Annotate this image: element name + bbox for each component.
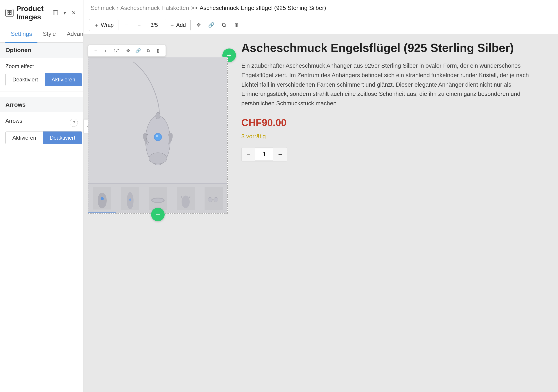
svg-point-19 [129,199,131,201]
product-price: CHF90.00 [241,117,549,128]
thumbnail-5[interactable] [200,184,227,213]
product-stock: 3 vorrätig [241,133,549,140]
breadcrumb-sep-2: >> [191,5,198,11]
close-button[interactable]: ✕ [70,9,78,17]
breadcrumb-part-2: Ascheschmuck Halsketten [121,5,189,11]
quantity-input[interactable] [255,148,273,160]
product-image-widget: ＋ [88,57,228,214]
toolbar: ＋ Wrap − ＋ 3/5 ＋ Add ✥ 🔗 ⧉ 🗑 [83,16,558,34]
panel-content: Optionen Zoom effect Deaktiviert Aktivie… [0,43,83,392]
duplicate-icon-button[interactable]: ⧉ [219,20,228,30]
widget-duplicate-button[interactable]: ⧉ [144,47,152,55]
svg-point-24 [182,196,190,208]
panel-title: Product Images [16,5,49,21]
add-label: Add [176,22,186,28]
breadcrumb-sep-1: › [117,5,119,11]
zoom-deaktiviert-button[interactable]: Deaktiviert [6,73,45,86]
svg-point-12 [149,153,167,164]
svg-point-22 [152,199,164,202]
arrows-info-button[interactable]: ? [70,119,78,127]
widget-link-button[interactable]: 🔗 [134,47,142,55]
svg-rect-3 [8,13,9,14]
product-info: Ascheschmuck Engelsflügel (925 Sterling … [237,39,553,214]
toolbar-counter: 3/5 [147,20,161,30]
zoom-effect-label: Zoom effect [5,63,78,70]
left-panel: Product Images ▾ ✕ Settings Style Advanc… [0,0,83,392]
wrap-label: Wrap [101,22,114,28]
quantity-plus-button[interactable]: ＋ [273,148,287,161]
arrows-section-header: Arrows [0,97,83,112]
editor-area: ‹ − ＋ 1/1 ✥ 🔗 ⧉ 🗑 ＋ [83,34,558,392]
zoom-aktivieren-button[interactable]: Aktivieren [45,73,82,86]
expand-panel-button[interactable] [51,9,60,16]
panel-header: Product Images ▾ ✕ [0,0,83,26]
toolbar-minus-button[interactable]: − [122,20,131,30]
svg-point-15 [98,193,107,209]
arrows-label: Arrows [5,118,22,124]
widget-move-button[interactable]: ✥ [124,47,132,55]
arrows-toggle: Aktivieren Deaktiviert [5,131,82,144]
product-image-section: − ＋ 1/1 ✥ 🔗 ⧉ 🗑 ＋ [88,57,228,214]
plus-button-bottom-container: ＋ [151,208,165,221]
thumbnail-4[interactable] [172,184,200,213]
main-image-container [88,57,227,183]
main-content: Schmuck › Ascheschmuck Halsketten >> Asc… [83,0,558,392]
quantity-minus-button[interactable]: − [242,148,255,161]
link-icon-button[interactable]: 🔗 [207,20,216,30]
svg-rect-4 [10,13,11,14]
thumbnail-1[interactable] [88,184,116,213]
tab-style[interactable]: Style [37,26,61,43]
svg-point-27 [214,197,218,202]
arrows-aktivieren-button[interactable]: Aktivieren [6,131,43,144]
svg-point-16 [101,197,104,200]
plus-icon: ＋ [94,21,99,29]
delete-icon-button[interactable]: 🗑 [232,20,241,30]
svg-rect-25 [205,187,223,210]
product-title: Ascheschmuck Engelsflügel (925 Sterling … [241,41,549,55]
panel-header-actions: ▾ ✕ [51,9,78,17]
optionen-section-body: Zoom effect Deaktiviert Aktivieren [0,58,83,92]
svg-rect-1 [8,11,9,13]
svg-rect-5 [53,11,58,15]
dropdown-button[interactable]: ▾ [61,9,68,17]
move-icon-button[interactable]: ✥ [194,20,203,30]
tab-settings[interactable]: Settings [5,26,37,43]
breadcrumb-part-1: Schmuck [91,5,115,11]
svg-point-26 [208,197,212,202]
quantity-control: − ＋ [241,147,287,162]
wrap-button[interactable]: ＋ Wrap [89,19,118,31]
tabs: Settings Style Advanced [0,26,83,43]
svg-point-13 [156,112,160,119]
breadcrumb-current: Ascheschmuck Engelsflügel (925 Sterling … [200,5,326,11]
add-plus-icon: ＋ [169,21,175,29]
widget-counter: 1/1 [112,48,122,54]
widget-delete-button[interactable]: 🗑 [154,47,162,55]
svg-rect-2 [10,11,11,13]
add-button[interactable]: ＋ Add [165,19,191,31]
breadcrumb: Schmuck › Ascheschmuck Halsketten >> Asc… [83,0,558,16]
arrows-deaktiviert-button[interactable]: Deaktiviert [43,131,82,144]
widget-plus-button[interactable]: ＋ [102,47,109,55]
toolbar-plus-button[interactable]: ＋ [135,20,144,30]
widget-minus-button[interactable]: − [92,47,99,55]
thumbnail-2[interactable] [116,184,144,213]
arrows-section-body: Arrows ? Aktivieren Deaktiviert [0,112,83,150]
svg-point-11 [156,135,158,137]
widget-icon [5,9,14,17]
zoom-effect-toggle: Deaktiviert Aktivieren [5,73,82,86]
plus-button-bottom[interactable]: ＋ [151,208,165,221]
page-content: ‹ − ＋ 1/1 ✥ 🔗 ⧉ 🗑 ＋ [88,39,553,214]
product-image-svg [88,57,227,183]
widget-toolbar: − ＋ 1/1 ✥ 🔗 ⧉ 🗑 [88,45,166,57]
svg-point-10 [155,134,161,140]
optionen-section-header: Optionen [0,43,83,58]
product-description: Ein zauberhafter Ascheschmuck Anhänger a… [241,61,549,108]
